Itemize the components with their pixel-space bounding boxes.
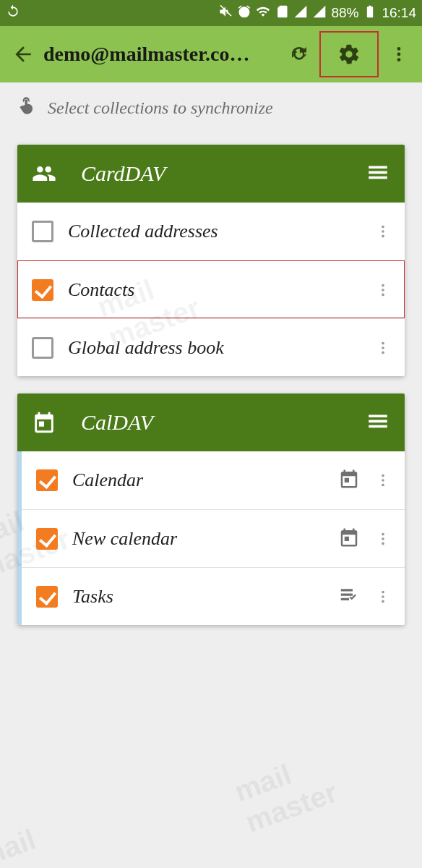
- row-menu-button[interactable]: [373, 466, 393, 495]
- tasks-icon: [338, 584, 360, 609]
- touch-icon: [17, 95, 38, 120]
- svg-point-6: [382, 284, 384, 286]
- back-button[interactable]: [3, 34, 43, 75]
- checkbox[interactable]: [36, 528, 58, 550]
- caldav-title: CalDAV: [61, 410, 366, 435]
- battery-percent: 88%: [331, 5, 358, 21]
- clock-time: 16:14: [382, 5, 416, 21]
- carddav-title: CardDAV: [61, 161, 366, 186]
- caldav-card: CalDAV CalendarNew calendarTasks: [17, 393, 405, 625]
- status-bar: 88% 16:14: [0, 0, 422, 26]
- svg-point-14: [382, 484, 384, 487]
- checkbox[interactable]: [32, 279, 53, 301]
- wifi-icon: [256, 4, 270, 22]
- carddav-card: CardDAV Collected addressesContactsGloba…: [17, 145, 405, 376]
- carddav-header: CardDAV: [17, 145, 405, 203]
- overflow-menu-button[interactable]: [379, 34, 419, 75]
- svg-point-8: [382, 293, 384, 296]
- refresh-button[interactable]: [279, 34, 319, 75]
- caldav-menu-button[interactable]: [366, 409, 390, 436]
- sync-hint: Select collections to synchronize: [0, 82, 422, 127]
- svg-point-20: [382, 600, 384, 603]
- svg-point-9: [382, 341, 384, 344]
- battery-icon: [363, 4, 377, 22]
- svg-point-15: [382, 532, 384, 535]
- mute-icon: [218, 4, 233, 22]
- row-label: Contacts: [68, 279, 373, 301]
- account-title: demo@mailmaster.co…: [43, 43, 279, 66]
- row-label: Global address book: [68, 337, 373, 359]
- svg-point-5: [382, 235, 384, 238]
- calendar-small-icon: [338, 468, 360, 493]
- checkbox[interactable]: [36, 586, 58, 608]
- row-label: Collected addresses: [68, 221, 373, 242]
- app-bar: demo@mailmaster.co…: [0, 26, 422, 82]
- caldav-row[interactable]: Tasks: [22, 567, 405, 625]
- row-menu-button[interactable]: [373, 582, 393, 611]
- svg-point-7: [382, 289, 384, 292]
- calendar-icon: [32, 410, 61, 435]
- svg-point-4: [382, 230, 384, 233]
- svg-point-16: [382, 537, 384, 540]
- row-label: Calendar: [72, 469, 338, 491]
- signal-icon-2: [312, 4, 327, 22]
- sync-hint-text: Select collections to synchronize: [48, 98, 273, 118]
- svg-point-11: [382, 351, 384, 354]
- svg-point-10: [382, 346, 384, 349]
- svg-point-3: [382, 226, 384, 229]
- row-menu-button[interactable]: [373, 276, 393, 305]
- row-label: New calendar: [72, 528, 338, 550]
- svg-point-13: [382, 479, 384, 482]
- sync-status-icon: [6, 4, 20, 22]
- sim-icon: [275, 4, 289, 22]
- row-menu-button[interactable]: [373, 333, 393, 362]
- svg-point-18: [382, 590, 384, 593]
- row-menu-button[interactable]: [373, 217, 393, 246]
- svg-point-17: [382, 542, 384, 545]
- carddav-menu-button[interactable]: [366, 160, 390, 187]
- carddav-row[interactable]: Contacts: [17, 260, 405, 318]
- alarm-icon: [237, 4, 251, 22]
- row-menu-button[interactable]: [373, 524, 393, 553]
- svg-point-0: [397, 47, 401, 51]
- carddav-row[interactable]: Global address book: [17, 318, 405, 376]
- checkbox[interactable]: [32, 337, 53, 359]
- signal-icon-1: [293, 4, 308, 22]
- caldav-row[interactable]: New calendar: [22, 509, 405, 567]
- checkbox[interactable]: [36, 469, 58, 491]
- carddav-row[interactable]: Collected addresses: [17, 203, 405, 260]
- row-label: Tasks: [72, 586, 338, 608]
- checkbox[interactable]: [32, 221, 53, 242]
- contacts-icon: [32, 161, 61, 186]
- caldav-row[interactable]: Calendar: [22, 451, 405, 509]
- svg-point-1: [397, 53, 401, 56]
- caldav-header: CalDAV: [17, 393, 405, 451]
- settings-button[interactable]: [319, 31, 379, 77]
- svg-point-19: [382, 595, 384, 598]
- svg-point-12: [382, 475, 384, 477]
- calendar-small-icon: [338, 527, 360, 551]
- svg-point-2: [397, 58, 401, 61]
